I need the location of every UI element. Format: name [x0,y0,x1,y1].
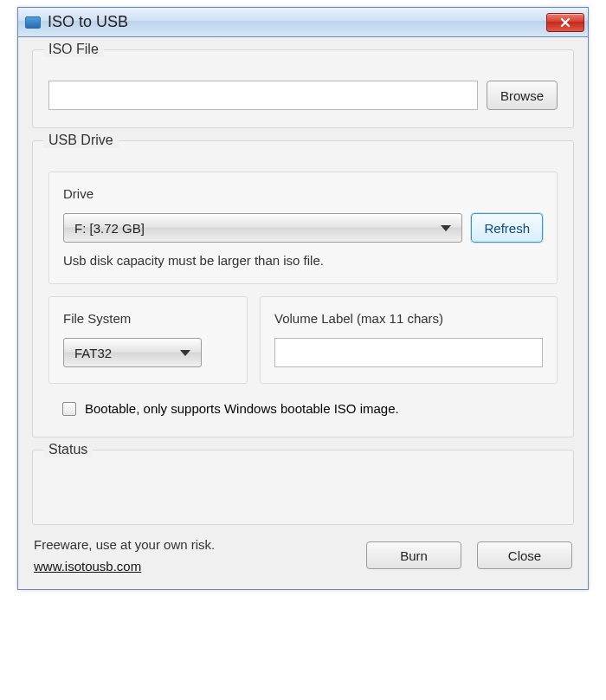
status-label: Status [43,442,93,457]
app-icon [25,16,41,29]
footer: Freeware, use at your own risk. www.isot… [32,537,574,574]
burn-button[interactable]: Burn [366,541,461,569]
status-group: Status [32,450,574,525]
website-link[interactable]: www.isotousb.com [34,559,141,574]
filesystem-value: FAT32 [74,346,112,360]
window-title: ISO to USB [48,13,546,31]
iso-path-input[interactable] [48,81,478,110]
refresh-button[interactable]: Refresh [471,213,543,243]
titlebar[interactable]: ISO to USB [18,8,588,37]
chevron-down-icon [180,350,190,356]
drive-hint: Usb disk capacity must be larger than is… [63,253,543,268]
close-icon [559,16,571,29]
volume-subsection: Volume Label (max 11 chars) [260,296,558,384]
bootable-checkbox[interactable] [62,402,76,416]
usb-drive-group: USB Drive Drive F: [3.72 GB] Refresh Usb… [32,140,574,438]
drive-select-value: F: [3.72 GB] [74,221,145,236]
browse-button[interactable]: Browse [487,81,558,110]
close-button[interactable]: Close [477,541,572,569]
app-window: ISO to USB ISO File Browse USB Drive Dri… [17,7,589,590]
bootable-row[interactable]: Bootable, only supports Windows bootable… [48,396,558,419]
drive-subsection: Drive F: [3.72 GB] Refresh Usb disk capa… [48,172,558,284]
window-body: ISO File Browse USB Drive Drive F: [3.72… [18,37,588,589]
filesystem-select[interactable]: FAT32 [63,338,202,367]
freeware-text: Freeware, use at your own risk. [34,537,366,552]
window-close-button[interactable] [546,13,584,32]
iso-file-group: ISO File Browse [32,49,574,128]
usb-drive-label: USB Drive [43,133,119,148]
drive-select[interactable]: F: [3.72 GB] [63,213,462,243]
iso-file-label: ISO File [43,42,104,57]
filesystem-subsection: File System FAT32 [48,296,248,384]
filesystem-label: File System [63,311,233,326]
drive-label: Drive [63,186,543,201]
volume-input[interactable] [274,338,543,367]
bootable-label: Bootable, only supports Windows bootable… [85,401,399,416]
volume-label: Volume Label (max 11 chars) [274,311,543,326]
chevron-down-icon [441,225,451,231]
